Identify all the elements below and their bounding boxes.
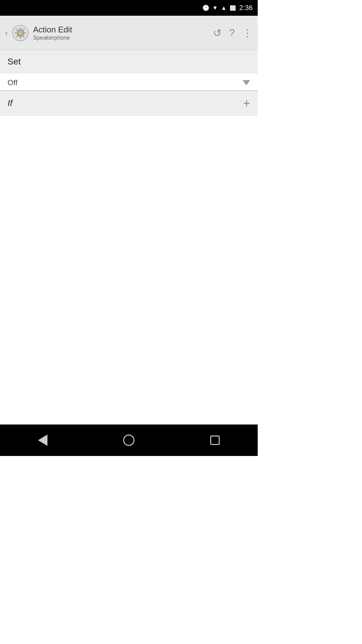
main-content: Set Off If + xyxy=(0,50,258,425)
dropdown-row[interactable]: Off xyxy=(0,73,258,91)
app-subtitle: Speakerphone xyxy=(33,35,72,41)
bottom-nav xyxy=(0,425,258,456)
set-label: Set xyxy=(8,57,21,66)
app-logo-icon xyxy=(14,27,27,39)
svg-rect-8 xyxy=(15,32,16,34)
app-title: Action Edit xyxy=(33,25,72,35)
nav-home-icon[interactable] xyxy=(123,435,134,446)
svg-rect-3 xyxy=(23,28,25,31)
svg-rect-9 xyxy=(16,28,18,31)
refresh-icon[interactable]: ↺ xyxy=(213,27,222,39)
svg-rect-2 xyxy=(20,27,21,29)
status-time: 2:36 xyxy=(239,4,253,12)
status-bar: 🕐 ▼ ▲ ⬜ 2:36 xyxy=(0,0,258,16)
battery-icon: ⬜ xyxy=(230,5,236,11)
if-label: If xyxy=(8,98,13,108)
svg-rect-7 xyxy=(16,35,18,37)
set-section: Set xyxy=(0,50,258,73)
nav-recents-icon[interactable] xyxy=(210,436,220,445)
app-title-group: Action Edit Speakerphone xyxy=(33,25,72,41)
signal-icon: ▲ xyxy=(221,5,227,11)
svg-rect-4 xyxy=(25,32,26,34)
dropdown-arrow-icon xyxy=(243,80,250,85)
more-options-icon[interactable]: ⋮ xyxy=(242,27,253,39)
wifi-icon: ▼ xyxy=(212,5,218,11)
app-bar-left: ‹ Action Edit xyxy=(5,25,213,41)
alarm-icon: 🕐 xyxy=(202,4,209,11)
app-logo xyxy=(12,25,29,41)
nav-back-icon[interactable] xyxy=(38,435,47,446)
svg-rect-6 xyxy=(20,37,21,39)
back-icon[interactable]: ‹ xyxy=(5,28,8,38)
help-icon[interactable]: ? xyxy=(229,27,235,39)
app-bar: ‹ Action Edit xyxy=(0,16,258,50)
svg-rect-5 xyxy=(23,35,25,37)
if-section: If + xyxy=(0,91,258,116)
dropdown-value: Off xyxy=(8,78,18,87)
add-condition-button[interactable]: + xyxy=(243,97,250,109)
app-bar-actions: ↺ ? ⋮ xyxy=(213,27,253,39)
